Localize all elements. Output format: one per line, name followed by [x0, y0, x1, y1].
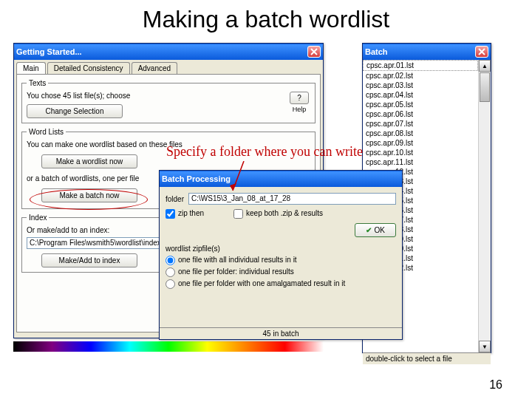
list-item[interactable]: cpsc.apr.04.lst: [363, 90, 478, 100]
change-selection-button[interactable]: Change Selection: [27, 104, 123, 118]
help-label: Help: [288, 106, 310, 113]
texts-legend: Texts: [27, 79, 48, 87]
close-icon[interactable]: [307, 46, 321, 58]
zipfiles-label: wordlist zipfile(s): [166, 245, 396, 253]
close-icon[interactable]: [475, 46, 488, 58]
keep-both-checkbox[interactable]: keep both .zip & results: [233, 209, 323, 219]
index-legend: Index: [27, 214, 49, 222]
list-item[interactable]: cpsc.apr.09.lst: [363, 138, 478, 148]
make-index-button[interactable]: Make/Add to index: [41, 253, 137, 267]
rainbow-bar: [13, 341, 324, 352]
radio2-label: one file per folder: individual results: [178, 267, 294, 276]
list-item[interactable]: cpsc.apr.08.lst: [363, 129, 478, 138]
texts-status-text: You chose 45 list file(s); choose: [27, 92, 310, 100]
scroll-down-icon[interactable]: ▼: [479, 341, 491, 352]
list-item[interactable]: cpsc.apr.05.lst: [363, 100, 478, 109]
scrollbar-track[interactable]: [479, 103, 491, 341]
batch-processing-window: Batch Processing folder C:\WS15\3_Jan_08…: [159, 170, 403, 340]
list-item[interactable]: cpsc.apr.07.lst: [363, 119, 478, 129]
list-item[interactable]: cpsc.apr.06.lst: [363, 109, 478, 119]
radio1-label: one file with all individual results in …: [178, 256, 297, 264]
getting-started-titlebar[interactable]: Getting Started...: [14, 44, 323, 60]
list-item[interactable]: cpsc.apr.03.lst: [363, 81, 478, 90]
highlight-oval: [30, 189, 148, 210]
batch-processing-titlebar[interactable]: Batch Processing: [160, 171, 402, 187]
tab-main[interactable]: Main: [16, 62, 46, 74]
folder-input[interactable]: C:\WS15\3_Jan_08_at_17_28: [188, 193, 396, 205]
ok-button[interactable]: ✔ OK: [355, 223, 396, 237]
wordlist-legend: Word Lists: [27, 128, 66, 136]
zip-then-label: zip then: [178, 209, 204, 217]
help-button[interactable]: ?: [290, 92, 309, 104]
check-icon: ✔: [366, 226, 372, 234]
folder-label: folder: [166, 195, 184, 203]
batch-processing-body: folder C:\WS15\3_Jan_08_at_17_28 zip the…: [160, 187, 402, 297]
radio-per-folder-individual[interactable]: one file per folder: individual results: [166, 267, 294, 277]
list-item[interactable]: cpsc.apr.11.lst: [363, 157, 478, 167]
page-number: 16: [489, 378, 502, 392]
make-wordlist-button[interactable]: Make a wordlist now: [41, 154, 137, 168]
getting-started-title: Getting Started...: [16, 47, 82, 56]
svg-marker-1: [230, 183, 236, 191]
tabs: Main Detailed Consistency Advanced: [14, 60, 323, 74]
batch-titlebar[interactable]: Batch: [363, 44, 491, 60]
keep-both-label: keep both .zip & results: [246, 209, 323, 217]
scroll-up-icon[interactable]: ▲: [479, 60, 491, 72]
slide-title: Making a batch wordlist: [0, 6, 532, 33]
help-section: ? Help: [288, 92, 310, 113]
batch-title: Batch: [365, 47, 388, 56]
scrollbar-thumb[interactable]: [480, 72, 490, 102]
list-item[interactable]: cpsc.apr.02.lst: [363, 71, 478, 81]
list-item[interactable]: cpsc.apr.10.lst: [363, 148, 478, 157]
arrow-icon: [229, 161, 259, 198]
tab-detailed[interactable]: Detailed Consistency: [47, 62, 130, 74]
texts-fieldset: Texts You chose 45 list file(s); choose …: [21, 79, 316, 123]
radio3-label: one file per folder with one amalgamated…: [178, 279, 345, 287]
annotation-text: Specify a folder where you can write: [166, 144, 363, 160]
radio-one-file[interactable]: one file with all individual results in …: [166, 256, 297, 265]
zip-then-checkbox[interactable]: zip then: [166, 209, 204, 219]
tab-advanced[interactable]: Advanced: [132, 62, 177, 74]
scrollbar[interactable]: ▲ ▼: [479, 60, 491, 352]
ok-label: OK: [375, 226, 385, 234]
batch-processing-title: Batch Processing: [162, 174, 231, 183]
list-item[interactable]: cpsc.apr.01.lst: [363, 60, 478, 71]
radio-per-folder-amalgamated[interactable]: one file per folder with one amalgamated…: [166, 279, 345, 289]
bp-status-bar: 45 in batch: [160, 327, 402, 339]
batch-status-bar: double-click to select a file: [363, 352, 491, 364]
